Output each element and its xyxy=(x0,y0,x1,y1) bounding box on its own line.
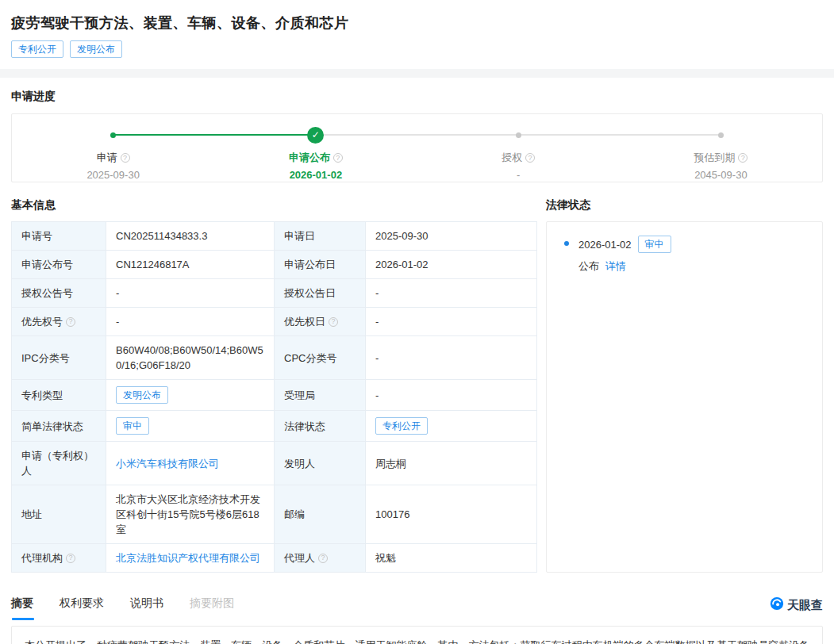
help-icon[interactable]: ? xyxy=(738,153,748,163)
field-label: 简单法律状态 xyxy=(12,411,106,442)
step-label: 申请 xyxy=(97,151,117,165)
simple-legal-status-tag: 审中 xyxy=(116,417,149,435)
field-value: - xyxy=(366,308,537,336)
check-circle-icon: ✓ xyxy=(307,127,324,144)
table-row: 简单法律状态 审中 法律状态 专利公开 xyxy=(12,411,537,442)
table-row: 优先权号? - 优先权日? - xyxy=(12,308,537,336)
field-value: - xyxy=(366,380,537,411)
field-value: 100176 xyxy=(366,485,537,544)
legal-status-section: 法律状态 2026-01-02 审中 公布 详情 xyxy=(546,198,823,573)
field-value: - xyxy=(366,279,537,308)
legal-status-entry-tag: 审中 xyxy=(638,236,671,253)
field-value: - xyxy=(366,336,537,380)
field-label: 代理机构 xyxy=(21,550,63,565)
legal-status-detail-link[interactable]: 详情 xyxy=(605,260,626,272)
field-value: CN202511434833.3 xyxy=(106,222,275,251)
field-value: - xyxy=(106,279,275,308)
field-label: 授权公告日 xyxy=(275,279,366,308)
step-date: 2045-09-30 xyxy=(694,169,748,181)
field-value: 祝魁 xyxy=(366,544,537,573)
document-tab-bar: 摘要 权利要求 说明书 摘要附图 天眼查 xyxy=(0,596,834,620)
legal-status-date: 2026-01-02 xyxy=(578,239,632,251)
field-label: 授权公告号 xyxy=(12,279,106,308)
legal-status-entry: 2026-01-02 审中 公布 详情 xyxy=(558,236,811,274)
field-value: 2025-09-30 xyxy=(366,222,537,251)
legal-status-section-title: 法律状态 xyxy=(546,198,823,213)
field-label: 申请公布号 xyxy=(12,251,106,279)
step-date: 2026-01-02 xyxy=(290,169,343,181)
help-icon[interactable]: ? xyxy=(121,153,130,163)
abstract-content: 本公开提出了一种疲劳驾驶干预方法、装置、车辆、设备、介质和芯片，适用于智能座舱，… xyxy=(11,626,823,644)
progress-timeline: 申请 ? 2025-09-30 ✓ 申请公布 ? 2026-01-02 xyxy=(11,113,823,182)
field-label: 受理局 xyxy=(275,380,366,411)
field-label: IPC分类号 xyxy=(12,336,106,380)
field-value: B60W40/08;B60W50/14;B60W50/16;G06F18/20 xyxy=(106,336,275,380)
bullet-dot-icon xyxy=(564,241,569,246)
table-row: 申请（专利权）人 小米汽车科技有限公司 发明人 周志桐 xyxy=(12,442,537,485)
field-label: 申请（专利权）人 xyxy=(12,442,106,485)
field-label: 优先权号 xyxy=(21,314,63,329)
field-label: 代理人 xyxy=(284,550,315,565)
main-content-row: 基本信息 申请号 CN202511434833.3 申请日 2025-09-30… xyxy=(0,182,834,573)
field-label: 法律状态 xyxy=(275,411,366,442)
table-row: 申请公布号 CN121246817A 申请公布日 2026-01-02 xyxy=(12,251,537,279)
tab-abstract[interactable]: 摘要 xyxy=(11,596,33,620)
application-progress-section: 申请进度 申请 ? 2025-09-30 ✓ xyxy=(0,78,834,182)
step-label: 授权 xyxy=(502,151,522,165)
timeline-step-grant: 授权 ? - xyxy=(417,126,620,181)
tab-abstract-figures: 摘要附图 xyxy=(190,596,234,620)
basic-info-section: 基本信息 申请号 CN202511434833.3 申请日 2025-09-30… xyxy=(11,198,536,573)
field-label: 申请日 xyxy=(275,222,366,251)
table-row: 申请号 CN202511434833.3 申请日 2025-09-30 xyxy=(12,222,537,251)
table-row: IPC分类号 B60W40/08;B60W50/14;B60W50/16;G06… xyxy=(12,336,537,380)
step-dot-done xyxy=(110,132,116,138)
patent-type-tag: 发明公布 xyxy=(116,386,168,404)
field-label: 优先权日 xyxy=(284,314,325,329)
help-icon[interactable]: ? xyxy=(66,317,75,327)
field-label: 地址 xyxy=(12,485,106,544)
page-header: 疲劳驾驶干预方法、装置、车辆、设备、介质和芯片 专利公开 发明公布 xyxy=(0,0,834,69)
basic-info-table: 申请号 CN202511434833.3 申请日 2025-09-30 申请公布… xyxy=(11,221,537,573)
page-title: 疲劳驾驶干预方法、装置、车辆、设备、介质和芯片 xyxy=(11,13,823,33)
help-icon[interactable]: ? xyxy=(525,153,535,163)
table-row: 授权公告号 - 授权公告日 - xyxy=(12,279,537,308)
table-row: 代理机构? 北京法胜知识产权代理有限公司 代理人? 祝魁 xyxy=(12,544,537,573)
basic-info-section-title: 基本信息 xyxy=(11,198,536,213)
step-label: 预估到期 xyxy=(694,151,735,165)
tab-claims[interactable]: 权利要求 xyxy=(60,596,104,620)
timeline-step-publication: ✓ 申请公布 ? 2026-01-02 xyxy=(214,126,417,181)
help-icon[interactable]: ? xyxy=(329,317,338,327)
step-dot-pending xyxy=(718,132,724,138)
legal-status-action: 公布 xyxy=(578,260,599,272)
help-icon[interactable]: ? xyxy=(333,153,343,163)
legal-status-panel: 2026-01-02 审中 公布 详情 xyxy=(546,221,823,573)
field-label: CPC分类号 xyxy=(275,336,366,380)
step-label: 申请公布 xyxy=(289,151,330,165)
agency-link[interactable]: 北京法胜知识产权代理有限公司 xyxy=(116,552,260,564)
legal-status-tag: 专利公开 xyxy=(375,417,428,435)
timeline-step-expiry: 预估到期 ? 2045-09-30 xyxy=(620,126,822,181)
step-date: - xyxy=(517,169,520,181)
field-label: 申请号 xyxy=(12,222,106,251)
progress-section-title: 申请进度 xyxy=(11,90,823,104)
field-value: 周志桐 xyxy=(366,442,537,485)
step-date: 2025-09-30 xyxy=(86,169,140,181)
field-label: 发明人 xyxy=(275,442,366,485)
tab-description[interactable]: 说明书 xyxy=(130,596,163,620)
field-value: CN121246817A xyxy=(106,251,275,279)
help-icon[interactable]: ? xyxy=(318,554,328,563)
table-row: 专利类型 发明公布 受理局 - xyxy=(12,380,537,411)
applicant-link[interactable]: 小米汽车科技有限公司 xyxy=(116,458,219,470)
tag-patent-public: 专利公开 xyxy=(11,40,63,58)
title-tag-row: 专利公开 发明公布 xyxy=(11,40,823,58)
tag-invention-publication: 发明公布 xyxy=(70,40,122,58)
field-label: 专利类型 xyxy=(12,380,106,411)
field-value: - xyxy=(106,308,275,336)
patent-detail-page: 疲劳驾驶干预方法、装置、车辆、设备、介质和芯片 专利公开 发明公布 申请进度 申… xyxy=(0,0,834,644)
brand-watermark: 天眼查 xyxy=(770,596,823,614)
timeline-step-application: 申请 ? 2025-09-30 xyxy=(12,126,214,181)
field-label: 申请公布日 xyxy=(275,251,366,279)
field-label: 邮编 xyxy=(275,485,366,544)
help-icon[interactable]: ? xyxy=(66,554,75,563)
field-value: 北京市大兴区北京经济技术开发区科创十街15号院5号楼6层618室 xyxy=(106,485,275,544)
